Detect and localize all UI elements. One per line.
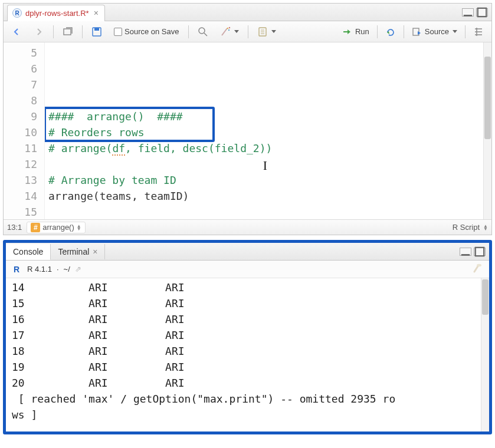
console-header: R R 4.1.1 · ~/ ⇗ bbox=[6, 261, 489, 278]
close-icon[interactable]: × bbox=[93, 247, 97, 256]
selection-highlight bbox=[45, 107, 215, 142]
code-line[interactable]: # Arrange by team ID bbox=[48, 172, 480, 188]
section-hash-icon: # bbox=[31, 223, 40, 232]
line-gutter: 56789101112131415 bbox=[4, 42, 45, 219]
maximize-pane-button[interactable] bbox=[474, 248, 486, 256]
run-label: Run bbox=[355, 27, 369, 36]
console-tabbar: Console Terminal × bbox=[6, 243, 489, 261]
svg-rect-20 bbox=[476, 247, 484, 255]
minimize-pane-button[interactable] bbox=[460, 248, 471, 256]
terminal-tab-label: Terminal bbox=[58, 247, 89, 256]
forward-button[interactable] bbox=[29, 24, 48, 39]
close-tab-icon[interactable]: × bbox=[93, 8, 100, 18]
popout-icon[interactable]: ⇗ bbox=[75, 265, 81, 274]
scrollbar-thumb[interactable] bbox=[484, 57, 491, 139]
find-button[interactable] bbox=[194, 24, 212, 39]
r-logo-icon: R bbox=[11, 264, 22, 275]
editor-tab-label: dplyr-rows-start.R* bbox=[25, 9, 89, 18]
chevron-down-icon bbox=[234, 30, 239, 33]
minimize-pane-button[interactable] bbox=[462, 8, 474, 17]
dot-separator: · bbox=[57, 265, 59, 274]
sort-arrows-icon: ▲▼ bbox=[77, 225, 81, 230]
svg-line-6 bbox=[204, 33, 207, 36]
editor-toolbar: Source on Save Run Source bbox=[4, 21, 491, 42]
source-on-save-checkbox[interactable]: Source on Save bbox=[110, 25, 183, 38]
source-on-save-label: Source on Save bbox=[124, 27, 179, 36]
svg-rect-4 bbox=[94, 28, 99, 31]
show-in-new-window-button[interactable] bbox=[58, 24, 77, 39]
console-panel: Console Terminal × R R 4.1.1 · ~/ ⇗ bbox=[6, 243, 489, 431]
editor-tabbar: R dplyr-rows-start.R* × bbox=[4, 4, 491, 21]
editor-body[interactable]: 56789101112131415 #### arrange() ##### R… bbox=[4, 42, 491, 219]
notebook-button[interactable] bbox=[253, 24, 280, 39]
rerun-button[interactable] bbox=[381, 24, 400, 39]
terminal-tab[interactable]: Terminal × bbox=[51, 244, 105, 259]
code-line[interactable]: # arrange(df, field, desc(field_2)) bbox=[48, 140, 480, 156]
console-tab-label: Console bbox=[13, 247, 43, 256]
scrollbar-thumb[interactable] bbox=[482, 279, 489, 315]
save-button[interactable] bbox=[87, 24, 106, 39]
editor-panel: R dplyr-rows-start.R* × Source on Save bbox=[3, 3, 492, 235]
console-text: 14 ARI ARI 15 ARI ARI 16 ARI ARI 17 ARI … bbox=[12, 279, 483, 423]
console-output[interactable]: 14 ARI ARI 15 ARI ARI 16 ARI ARI 17 ARI … bbox=[6, 278, 489, 431]
chevron-down-icon bbox=[271, 30, 276, 33]
section-name: arrange() bbox=[42, 223, 74, 232]
console-tab[interactable]: Console bbox=[6, 244, 51, 260]
console-highlight-outline: Console Terminal × R R 4.1.1 · ~/ ⇗ bbox=[3, 240, 492, 434]
code-tools-button[interactable] bbox=[216, 24, 243, 39]
r-file-icon: R bbox=[12, 8, 22, 18]
maximize-pane-button[interactable] bbox=[476, 8, 488, 17]
code-line[interactable] bbox=[48, 204, 480, 219]
svg-point-21 bbox=[477, 264, 481, 266]
text-cursor-icon: I bbox=[263, 158, 267, 174]
editor-scrollbar[interactable] bbox=[483, 42, 491, 219]
cursor-position: 13:1 bbox=[7, 223, 22, 232]
outline-button[interactable] bbox=[469, 24, 488, 39]
console-scrollbar[interactable] bbox=[481, 278, 489, 431]
file-type-label: R Script bbox=[453, 223, 480, 232]
sort-arrows-icon: ▲▼ bbox=[483, 225, 488, 230]
run-button[interactable]: Run bbox=[338, 24, 373, 39]
section-navigator[interactable]: # arrange() ▲▼ bbox=[27, 222, 85, 233]
svg-rect-1 bbox=[478, 8, 486, 16]
working-dir-label: ~/ bbox=[64, 265, 70, 274]
svg-point-8 bbox=[228, 29, 229, 30]
svg-point-5 bbox=[199, 28, 205, 34]
source-label: Source bbox=[425, 27, 449, 36]
checkbox-icon bbox=[114, 28, 122, 36]
r-version-label: R 4.1.1 bbox=[27, 265, 52, 274]
code-line[interactable]: arrange(teams, teamID) bbox=[48, 188, 480, 204]
chevron-down-icon bbox=[453, 30, 457, 33]
editor-tab[interactable]: R dplyr-rows-start.R* × bbox=[7, 5, 105, 21]
code-area[interactable]: #### arrange() ##### Reorders rows# arra… bbox=[45, 42, 483, 219]
editor-statusbar: 13:1 # arrange() ▲▼ R Script ▲▼ bbox=[4, 219, 491, 235]
svg-rect-2 bbox=[64, 29, 71, 35]
back-button[interactable] bbox=[7, 24, 26, 39]
svg-point-9 bbox=[228, 27, 230, 28]
source-button[interactable]: Source bbox=[408, 24, 461, 39]
clear-console-icon[interactable] bbox=[473, 266, 484, 275]
svg-point-7 bbox=[227, 27, 228, 28]
